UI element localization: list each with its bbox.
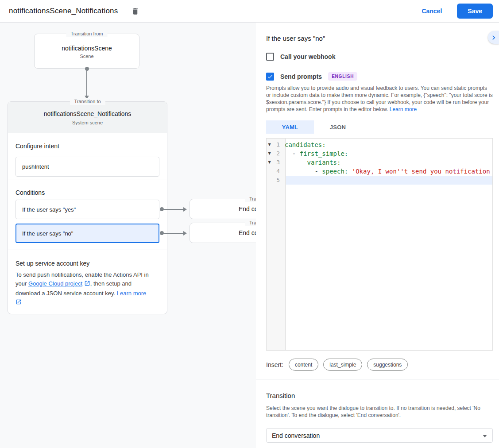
save-button[interactable]: Save bbox=[457, 4, 493, 19]
transition-from-label: Transition from bbox=[66, 31, 108, 37]
insert-chip-suggestions[interactable]: suggestions bbox=[367, 359, 408, 371]
fold-arrow-icon bbox=[267, 167, 272, 176]
transition-select[interactable]: End conversation bbox=[266, 428, 493, 443]
google-cloud-project-link[interactable]: Google Cloud project bbox=[28, 280, 82, 287]
service-account-section: Set up service account key To send push … bbox=[8, 250, 167, 315]
open-in-new-icon[interactable] bbox=[84, 280, 90, 289]
insert-label: Insert: bbox=[266, 361, 283, 368]
service-account-text: To send push notifications, enable the A… bbox=[15, 270, 155, 308]
code-token: 'Okay, I won''t send you notification bbox=[352, 168, 490, 175]
code-line: ▼ 3 variants: bbox=[267, 158, 492, 167]
connector-arrowhead bbox=[183, 207, 187, 212]
conditions-label: Conditions bbox=[15, 189, 159, 196]
fold-arrow-icon bbox=[267, 176, 272, 185]
transition-to-label: Transition to bbox=[70, 98, 105, 105]
service-account-title: Set up service account key bbox=[15, 260, 159, 267]
transition-description: Select the scene you want the dialogue t… bbox=[266, 405, 490, 419]
fold-arrow-icon[interactable]: ▼ bbox=[267, 158, 272, 167]
transition-to-label: Transition to bbox=[245, 220, 256, 226]
code-text bbox=[282, 176, 492, 185]
editor-format-tabs: YAML JSON bbox=[266, 120, 362, 134]
language-badge: ENGLISH bbox=[328, 72, 357, 81]
send-prompts-checkbox[interactable] bbox=[266, 73, 274, 81]
code-token: variants: bbox=[307, 159, 341, 166]
code-line: 4 - speech: 'Okay, I won''t send you not… bbox=[267, 167, 492, 176]
send-prompts-label: Send prompts bbox=[280, 73, 322, 80]
transition-from-node[interactable]: Transition from notificationsScene Scene bbox=[34, 34, 139, 69]
scene-diagram-canvas: Transition from notificationsScene Scene… bbox=[0, 23, 256, 448]
connector-line bbox=[86, 69, 87, 96]
fold-arrow-icon[interactable]: ▼ bbox=[267, 140, 272, 149]
scene-type: System scene bbox=[8, 120, 167, 125]
end-conversation-node[interactable]: Transition to End conversation bbox=[190, 199, 256, 219]
line-number: 1 bbox=[272, 140, 282, 149]
code-token: - bbox=[285, 150, 300, 157]
transition-to-node[interactable]: Transition to notificationsScene_Notific… bbox=[8, 101, 167, 314]
call-webhook-label: Call your webhook bbox=[280, 53, 335, 60]
fold-arrow-icon[interactable]: ▼ bbox=[267, 149, 272, 158]
code-token: candidates: bbox=[285, 141, 326, 148]
code-token: - bbox=[285, 168, 322, 175]
intent-item[interactable]: pushIntent bbox=[15, 157, 159, 177]
end-conversation-node[interactable]: Transition to End conversation bbox=[190, 223, 256, 243]
code-text: - speech: 'Okay, I won''t send you notif… bbox=[282, 167, 492, 176]
tab-yaml[interactable]: YAML bbox=[266, 120, 314, 134]
from-scene-name: notificationsScene bbox=[35, 45, 139, 52]
dropdown-caret-icon bbox=[483, 435, 487, 437]
code-line: ▼ 1 candidates: bbox=[267, 140, 492, 149]
code-text: - first_simple: bbox=[282, 149, 492, 158]
code-token: speech: bbox=[322, 168, 352, 175]
condition-editor-panel: If the user says "no" Call your webhook … bbox=[256, 23, 499, 448]
scene-node-header: notificationsScene_Notifications System … bbox=[8, 102, 167, 133]
checkmark-icon bbox=[267, 73, 273, 80]
prompts-description: Prompts allow you to provide audio and v… bbox=[266, 85, 493, 113]
call-webhook-checkbox[interactable] bbox=[266, 53, 274, 61]
connector-line bbox=[162, 209, 184, 210]
configure-intent-label: Configure intent bbox=[15, 143, 159, 150]
learn-more-link[interactable]: Learn more bbox=[390, 106, 417, 112]
code-token bbox=[285, 159, 307, 166]
section-divider bbox=[256, 379, 499, 379]
chevron-right-icon bbox=[489, 33, 498, 42]
code-text: candidates: bbox=[282, 140, 492, 149]
delete-scene-button[interactable] bbox=[129, 5, 141, 17]
end-node-title: End conversation bbox=[239, 205, 256, 212]
transition-to-label: Transition to bbox=[245, 196, 256, 202]
editor-lines: ▼ 1 candidates: ▼ 2 - first_simple: ▼ 3 … bbox=[267, 140, 492, 185]
insert-chip-content[interactable]: content bbox=[289, 359, 318, 371]
condition-item-yes[interactable]: If the user says "yes" bbox=[15, 200, 159, 219]
call-webhook-row: Call your webhook bbox=[266, 53, 335, 61]
connector-line bbox=[162, 233, 184, 234]
cancel-button[interactable]: Cancel bbox=[422, 8, 442, 15]
configure-intent-section: Configure intent pushIntent bbox=[8, 133, 167, 179]
conditions-section: Conditions If the user says "yes" If the… bbox=[8, 179, 167, 250]
learn-more-link[interactable]: Learn more bbox=[117, 290, 146, 297]
transition-select-value: End conversation bbox=[272, 432, 320, 439]
top-bar: notificationsScene_Notifications Cancel … bbox=[0, 0, 499, 23]
transition-title: Transition bbox=[266, 392, 295, 399]
prompts-description-text: Prompts allow you to provide audio and v… bbox=[266, 85, 493, 112]
trash-icon bbox=[131, 7, 139, 15]
insert-chip-last-simple[interactable]: last_simple bbox=[323, 359, 362, 371]
prompt-code-editor[interactable]: ▼ 1 candidates: ▼ 2 - first_simple: ▼ 3 … bbox=[266, 138, 493, 351]
collapse-panel-button[interactable] bbox=[488, 31, 499, 44]
line-number: 2 bbox=[272, 149, 282, 158]
tab-json[interactable]: JSON bbox=[314, 120, 362, 134]
code-line: ▼ 2 - first_simple: bbox=[267, 149, 492, 158]
page-title: notificationsScene_Notifications bbox=[9, 7, 118, 15]
send-prompts-row: Send prompts ENGLISH bbox=[266, 72, 357, 81]
condition-item-no[interactable]: If the user says "no" bbox=[15, 224, 159, 243]
code-text: variants: bbox=[282, 158, 492, 167]
line-number: 3 bbox=[272, 158, 282, 167]
connector-arrowhead bbox=[183, 231, 187, 236]
code-token: first_simple: bbox=[300, 150, 348, 157]
line-number: 4 bbox=[272, 167, 282, 176]
panel-title: If the user says "no" bbox=[266, 35, 325, 42]
insert-row: Insert: content last_simple suggestions bbox=[266, 359, 413, 371]
open-in-new-icon[interactable] bbox=[15, 299, 22, 308]
from-scene-type: Scene bbox=[35, 54, 139, 59]
end-node-title: End conversation bbox=[239, 229, 256, 236]
code-line-active: 5 bbox=[267, 176, 492, 185]
line-number: 5 bbox=[272, 176, 282, 185]
